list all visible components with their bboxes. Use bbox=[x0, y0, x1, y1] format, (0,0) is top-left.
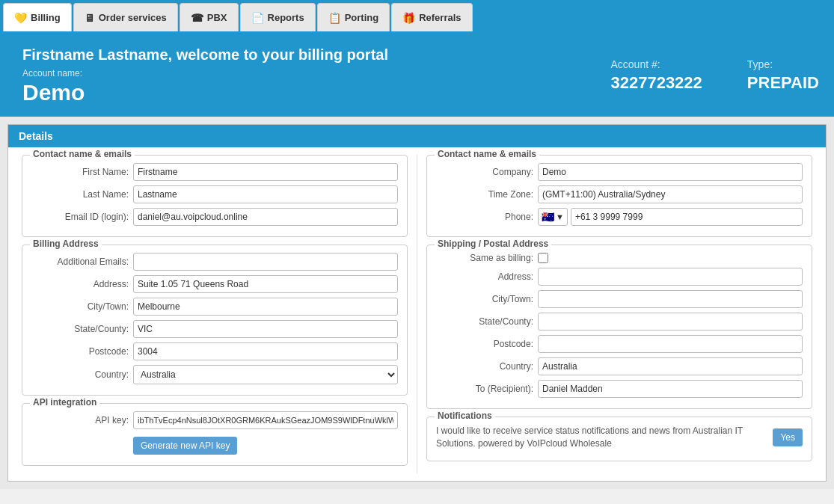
header-right: Account #: 3227723222 Type: PREPAID bbox=[595, 58, 819, 93]
last-name-input[interactable] bbox=[133, 185, 398, 203]
shipping-postcode-input[interactable] bbox=[538, 335, 803, 353]
to-recipient-label: To (Recipient): bbox=[436, 384, 533, 394]
company-row: Company: bbox=[436, 163, 803, 181]
state-input[interactable] bbox=[133, 320, 398, 338]
shipping-state-label: State/County: bbox=[436, 316, 533, 327]
shipping-country-input[interactable] bbox=[538, 357, 803, 375]
shipping-city-input[interactable] bbox=[538, 290, 803, 308]
tab-pbx[interactable]: ☎ PBX bbox=[180, 3, 239, 31]
shipping-postcode-label: Postcode: bbox=[436, 339, 533, 349]
shipping-state-row: State/County: bbox=[436, 313, 803, 331]
state-label: State/County: bbox=[31, 324, 129, 334]
type-value: PREPAID bbox=[747, 73, 819, 93]
tab-order-services[interactable]: 🖥 Order services bbox=[73, 3, 178, 31]
api-key-row: API key: bbox=[31, 411, 398, 429]
shipping-address-row: Address: bbox=[436, 268, 803, 286]
contact-group: Contact name & emails First Name: Last N… bbox=[22, 155, 408, 237]
company-label: Company: bbox=[436, 167, 533, 177]
phone-field: 🇦🇺 ▼ bbox=[538, 208, 803, 226]
company-input[interactable] bbox=[538, 163, 803, 181]
city-input[interactable] bbox=[133, 298, 398, 316]
timezone-row: Time Zone: bbox=[436, 185, 803, 203]
account-name: Demo bbox=[22, 80, 595, 105]
tab-reports[interactable]: 📄 Reports bbox=[240, 3, 316, 31]
details-body: Contact name & emails First Name: Last N… bbox=[8, 147, 826, 481]
welcome-message: Firstname Lastname, welcome to your bill… bbox=[22, 46, 595, 64]
additional-emails-row: Additional Emails: bbox=[31, 253, 398, 271]
country-label: Country: bbox=[31, 369, 129, 380]
shipping-postcode-row: Postcode: bbox=[436, 335, 803, 353]
country-select[interactable]: Australia bbox=[133, 365, 398, 384]
api-key-label: API key: bbox=[31, 415, 129, 425]
city-row: City/Town: bbox=[31, 298, 398, 316]
same-as-billing-checkbox[interactable] bbox=[538, 253, 548, 263]
phone-input[interactable] bbox=[571, 208, 803, 226]
details-left-column: Contact name & emails First Name: Last N… bbox=[16, 155, 414, 473]
postcode-row: Postcode: bbox=[31, 342, 398, 360]
state-row: State/County: bbox=[31, 320, 398, 338]
email-input[interactable] bbox=[133, 208, 398, 226]
type-label: Type: bbox=[747, 58, 819, 70]
tab-billing[interactable]: 💛 Billing bbox=[3, 3, 72, 31]
right-contact-group-legend: Contact name & emails bbox=[435, 149, 539, 159]
postcode-input[interactable] bbox=[133, 342, 398, 360]
address-row: Address: bbox=[31, 275, 398, 293]
to-recipient-input[interactable] bbox=[538, 380, 803, 398]
last-name-row: Last Name: bbox=[31, 185, 398, 203]
tab-referrals[interactable]: 🎁 Referrals bbox=[391, 3, 472, 31]
additional-emails-label: Additional Emails: bbox=[31, 256, 129, 267]
city-label: City/Town: bbox=[31, 301, 129, 312]
notifications-group-legend: Notifications bbox=[435, 411, 495, 421]
header-left: Firstname Lastname, welcome to your bill… bbox=[22, 46, 595, 105]
generate-btn-row: Generate new API key bbox=[31, 434, 398, 455]
shipping-address-group: Shipping / Postal Address Same as billin… bbox=[426, 245, 812, 409]
reports-icon: 📄 bbox=[251, 12, 264, 24]
pbx-icon: ☎ bbox=[191, 12, 203, 24]
notifications-row: I would like to receive service status n… bbox=[436, 425, 803, 450]
shipping-city-label: City/Town: bbox=[436, 294, 533, 304]
phone-flag-button[interactable]: 🇦🇺 ▼ bbox=[538, 208, 568, 226]
right-contact-group: Contact name & emails Company: Time Zone… bbox=[426, 155, 812, 237]
notifications-text: I would like to receive service status n… bbox=[436, 425, 762, 450]
address-input[interactable] bbox=[133, 275, 398, 293]
yes-button[interactable]: Yes bbox=[773, 428, 803, 446]
address-label: Address: bbox=[31, 279, 129, 289]
shipping-country-row: Country: bbox=[436, 357, 803, 375]
porting-icon: 📋 bbox=[328, 12, 341, 24]
notifications-group: Notifications I would like to receive se… bbox=[426, 417, 812, 461]
shipping-country-label: Country: bbox=[436, 361, 533, 372]
details-right-column: Contact name & emails Company: Time Zone… bbox=[420, 155, 818, 473]
first-name-row: First Name: bbox=[31, 163, 398, 181]
billing-group-legend: Billing Address bbox=[30, 239, 102, 249]
shipping-group-legend: Shipping / Postal Address bbox=[435, 239, 551, 249]
order-services-icon: 🖥 bbox=[85, 12, 95, 24]
generate-api-key-button[interactable]: Generate new API key bbox=[133, 437, 237, 455]
email-label: Email ID (login): bbox=[31, 212, 129, 222]
details-section: Details Contact name & emails First Name… bbox=[7, 124, 827, 482]
email-row: Email ID (login): bbox=[31, 208, 398, 226]
top-navigation: 💛 Billing 🖥 Order services ☎ PBX 📄 Repor… bbox=[0, 0, 834, 34]
shipping-address-input[interactable] bbox=[538, 268, 803, 286]
contact-group-legend: Contact name & emails bbox=[30, 149, 135, 159]
billing-address-group: Billing Address Additional Emails: Addre… bbox=[22, 245, 408, 396]
account-num-value: 3227723222 bbox=[610, 73, 702, 93]
details-header: Details bbox=[8, 125, 826, 147]
australia-flag-icon: 🇦🇺 bbox=[542, 211, 554, 223]
shipping-state-input[interactable] bbox=[538, 313, 803, 331]
api-key-input[interactable] bbox=[133, 411, 398, 429]
first-name-input[interactable] bbox=[133, 163, 398, 181]
tab-porting[interactable]: 📋 Porting bbox=[317, 3, 390, 31]
phone-row: Phone: 🇦🇺 ▼ bbox=[436, 208, 803, 226]
shipping-city-row: City/Town: bbox=[436, 290, 803, 308]
same-as-billing-label: Same as billing: bbox=[436, 253, 533, 263]
account-number-block: Account #: 3227723222 bbox=[610, 58, 702, 93]
to-recipient-row: To (Recipient): bbox=[436, 380, 803, 398]
postcode-label: Postcode: bbox=[31, 346, 129, 357]
timezone-input[interactable] bbox=[538, 185, 803, 203]
phone-dropdown-icon: ▼ bbox=[556, 212, 564, 221]
country-row: Country: Australia bbox=[31, 365, 398, 384]
additional-emails-input[interactable] bbox=[133, 253, 398, 271]
timezone-label: Time Zone: bbox=[436, 189, 533, 200]
header-banner: Firstname Lastname, welcome to your bill… bbox=[0, 34, 834, 117]
billing-icon: 💛 bbox=[14, 12, 27, 24]
